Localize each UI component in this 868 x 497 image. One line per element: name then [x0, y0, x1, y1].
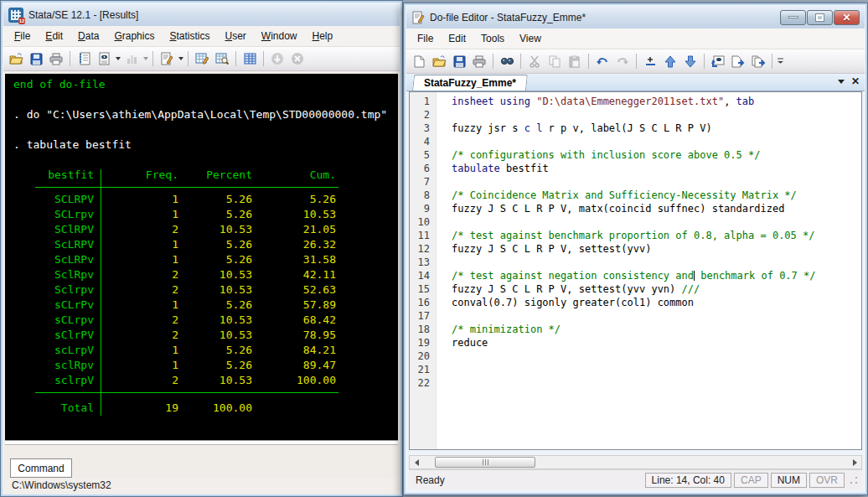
- code-line[interactable]: 22: [410, 376, 861, 390]
- dofile-editor-icon[interactable]: [158, 49, 176, 68]
- dofile-menubar: FileEditToolsView: [406, 28, 865, 49]
- code-line[interactable]: 3fuzzy jsr s c l r p v, label(J S C L R …: [410, 122, 861, 135]
- dofile-titlebar[interactable]: Do-file Editor - StataFuzzy_Emme* ✕: [406, 6, 865, 28]
- tab-close-icon[interactable]: ✕: [851, 76, 860, 86]
- code-line[interactable]: 20: [410, 349, 861, 363]
- overwrite-indicator: OVR: [809, 473, 845, 488]
- save-icon[interactable]: [27, 49, 45, 68]
- line-number: 18: [410, 323, 437, 336]
- code-line[interactable]: 19reduce: [410, 336, 861, 349]
- menu-view[interactable]: View: [512, 30, 549, 47]
- dofile-dropdown-icon[interactable]: [178, 57, 183, 60]
- code-line[interactable]: 15fuzzy J S C L R P V, settest(yvv yvn) …: [410, 282, 861, 296]
- line-number: 12: [410, 242, 437, 256]
- log-icon[interactable]: [75, 49, 93, 68]
- code-line[interactable]: 13: [410, 256, 861, 269]
- caps-lock-indicator: CAP: [734, 473, 768, 488]
- scroll-right-icon[interactable]: [848, 456, 861, 469]
- toolbar-overflow-icon[interactable]: [777, 57, 784, 65]
- stata-toolbar: [3, 47, 400, 71]
- bookmark-previous-icon[interactable]: [661, 52, 679, 70]
- code-line[interactable]: 12fuzzy J S C L R P V, settest(yvv): [410, 242, 861, 256]
- run-icon[interactable]: [729, 52, 747, 70]
- menu-data[interactable]: Data: [70, 28, 106, 44]
- command-input[interactable]: [5, 440, 398, 445]
- code-line[interactable]: 6tabulate bestfit: [410, 162, 861, 175]
- cut-icon: [525, 52, 544, 70]
- code-editor[interactable]: 1insheet using "D:\data\Emmenegger2011se…: [409, 91, 862, 450]
- table-row: SCLRPV15.265.26: [13, 192, 398, 207]
- print-icon[interactable]: [47, 49, 65, 68]
- code-line[interactable]: 8/* Coincidence Matrix and Sufficiency-N…: [410, 189, 861, 202]
- code-line[interactable]: 21: [410, 363, 861, 376]
- menu-help[interactable]: Help: [305, 28, 341, 44]
- menu-file[interactable]: File: [7, 28, 38, 44]
- open-icon[interactable]: [430, 52, 448, 70]
- stata-main-window: 12 Stata/SE 12.1 - [Results] FileEditDat…: [0, 0, 403, 497]
- do-icon[interactable]: [749, 52, 767, 70]
- scrollbar-thumb[interactable]: [435, 457, 535, 468]
- table-row: Sclrpv210.5352.63: [13, 282, 398, 298]
- resize-grip[interactable]: [849, 475, 859, 485]
- code-line[interactable]: 1insheet using "D:\data\Emmenegger2011se…: [410, 95, 861, 108]
- print-icon[interactable]: [470, 52, 488, 70]
- menu-user[interactable]: User: [217, 28, 253, 44]
- line-number: 9: [410, 202, 437, 215]
- open-icon[interactable]: [7, 49, 25, 68]
- viewer-dropdown-icon[interactable]: [116, 57, 121, 60]
- stata-app-icon: 12: [8, 8, 23, 23]
- menu-edit[interactable]: Edit: [441, 30, 473, 47]
- line-number: 13: [410, 256, 437, 269]
- new-icon[interactable]: [410, 52, 428, 70]
- horizontal-scrollbar[interactable]: [409, 455, 862, 469]
- tabulate-output-table: bestfitFreq.PercentCum.SCLRPV15.265.26SC…: [13, 168, 398, 416]
- code-line[interactable]: 4: [410, 135, 861, 148]
- code-line[interactable]: 14/* test against negation consistency a…: [410, 269, 861, 282]
- redo-icon: [613, 52, 632, 70]
- bookmark-next-icon[interactable]: [681, 52, 700, 70]
- code-line[interactable]: 7: [410, 175, 861, 189]
- line-number: 22: [410, 376, 437, 390]
- menu-graphics[interactable]: Graphics: [106, 28, 162, 44]
- data-browser-icon[interactable]: [213, 49, 231, 68]
- code-line[interactable]: 11/* test against benchmark proportion o…: [410, 229, 861, 242]
- stata-titlebar[interactable]: 12 Stata/SE 12.1 - [Results]: [3, 3, 400, 26]
- code-line[interactable]: 17: [410, 309, 861, 323]
- restore-button[interactable]: [807, 10, 833, 25]
- code-line[interactable]: 10: [410, 215, 861, 229]
- code-line[interactable]: 2: [410, 108, 861, 122]
- code-line[interactable]: 18/* minimization */: [410, 323, 861, 336]
- undo-icon[interactable]: [593, 52, 612, 70]
- code-line[interactable]: 9fuzzy J S C L R P V, matx(coincid suffn…: [410, 202, 861, 215]
- data-editor-icon[interactable]: [193, 49, 211, 68]
- dofile-app-icon: [411, 11, 425, 24]
- code-line[interactable]: 16conval(0.7) sigonly greater(col1) comm…: [410, 296, 861, 309]
- code-line[interactable]: 5/* configurations with inclusion score …: [410, 148, 861, 162]
- dofile-statusbar: Ready Line: 14, Col: 40 CAP NUM OVR: [409, 469, 862, 489]
- command-tab[interactable]: Command: [10, 458, 72, 478]
- viewer-icon[interactable]: [95, 49, 113, 68]
- preview-viewer-icon[interactable]: [709, 52, 727, 70]
- menu-tools[interactable]: Tools: [473, 30, 512, 47]
- variables-manager-icon[interactable]: [240, 49, 259, 68]
- break-icon: [288, 49, 307, 68]
- menu-edit[interactable]: Edit: [38, 28, 70, 44]
- save-icon[interactable]: [450, 52, 468, 70]
- table-row: bestfitFreq.PercentCum.: [13, 168, 398, 183]
- editor-tabbar: StataFuzzy_Emme* ✕: [406, 74, 865, 91]
- menu-window[interactable]: Window: [254, 28, 305, 44]
- bookmark-toggle-icon[interactable]: [641, 52, 659, 70]
- menu-statistics[interactable]: Statistics: [162, 28, 217, 44]
- tab-statafuzzy-emme[interactable]: StataFuzzy_Emme*: [412, 75, 528, 91]
- table-row: sCLrpv210.5368.42: [13, 313, 398, 328]
- more-icon: [268, 49, 287, 68]
- find-icon[interactable]: [498, 52, 516, 70]
- results-command-do: . do "C:\Users\athiem\AppData\Local\Temp…: [13, 107, 398, 122]
- minimize-button[interactable]: [780, 10, 806, 25]
- scroll-left-icon[interactable]: [410, 456, 423, 469]
- menu-file[interactable]: File: [410, 30, 441, 47]
- tab-list-icon[interactable]: [838, 80, 845, 84]
- results-window[interactable]: end of do-file . do "C:\Users\athiem\App…: [5, 74, 398, 440]
- table-row: sclrpV210.53100.00: [13, 373, 398, 388]
- close-button[interactable]: ✕: [834, 10, 860, 25]
